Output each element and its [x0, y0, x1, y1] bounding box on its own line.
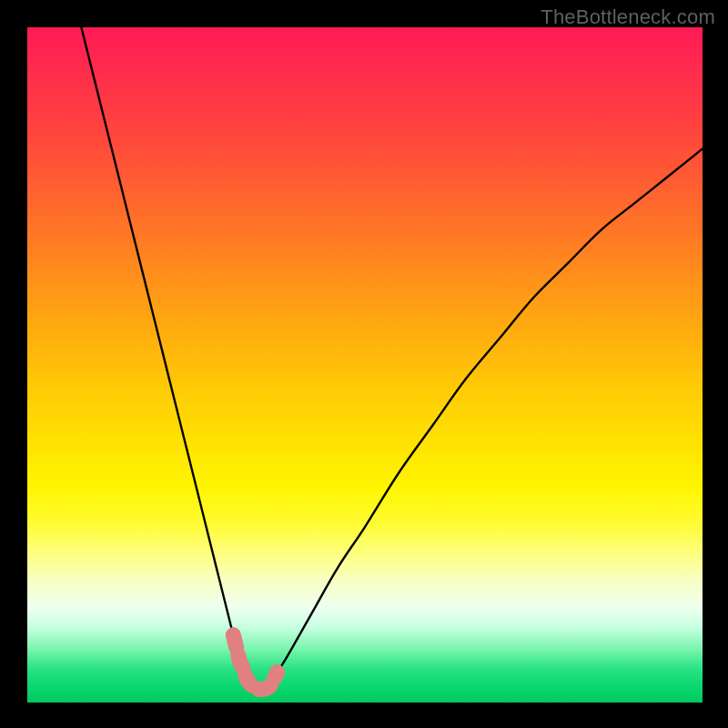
bottleneck-curve: [81, 27, 703, 690]
plot-area: [27, 27, 703, 703]
watermark-text: TheBottleneck.com: [541, 5, 715, 29]
highlight-segment: [233, 635, 277, 690]
chart-svg: [27, 27, 703, 703]
